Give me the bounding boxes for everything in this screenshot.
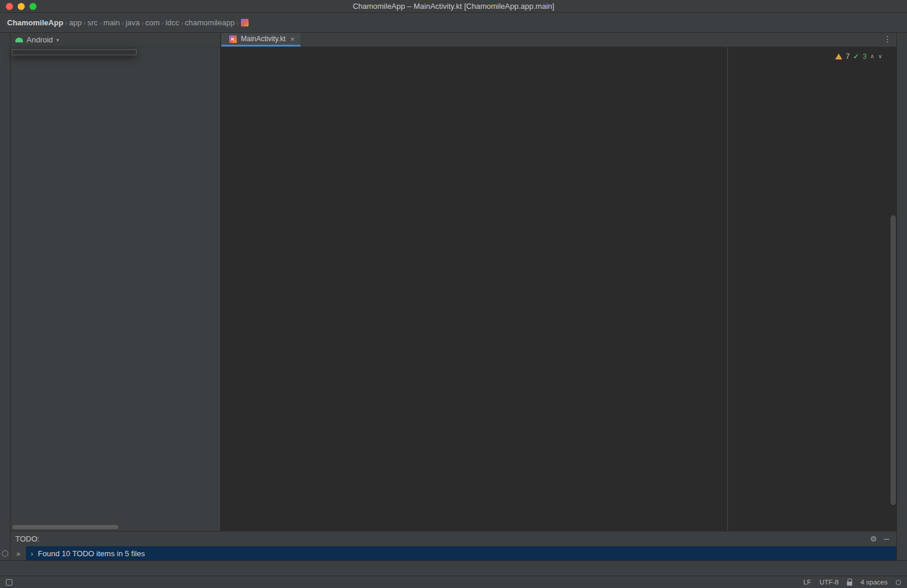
more-chevrons-icon[interactable]: » bbox=[16, 549, 20, 558]
tool-window-bar bbox=[0, 560, 907, 576]
traffic-lights bbox=[0, 3, 37, 10]
todo-panel-header: TODO: ⚙ ─ bbox=[11, 531, 896, 546]
kotlin-file-icon bbox=[241, 19, 249, 26]
right-tool-stripe bbox=[896, 33, 907, 560]
left-tool-stripe bbox=[0, 33, 11, 560]
breadcrumb-item-src[interactable]: src bbox=[86, 18, 98, 27]
breadcrumb-item-main[interactable]: main bbox=[102, 18, 121, 27]
breadcrumb-item-chamomileapp[interactable]: ChamomileApp bbox=[6, 18, 64, 27]
breadcrumb-separator-icon: › bbox=[236, 19, 239, 26]
todo-found-row[interactable]: › Found 10 TODO items in 5 files bbox=[26, 546, 896, 560]
status-message-bar: LF UTF-8 4 spaces bbox=[0, 576, 907, 588]
project-tool-window: Android ▾ bbox=[11, 33, 221, 531]
encoding-indicator[interactable]: UTF-8 bbox=[819, 579, 839, 586]
right-margin-guide bbox=[727, 47, 728, 531]
tab-mainactivity[interactable]: K MainActivity.kt × bbox=[221, 33, 300, 46]
breadcrumb-item-chamomileapp[interactable]: chamomileapp bbox=[184, 18, 236, 27]
main-toolbar: ChamomileApp›app›src›main›java›com›ldcc›… bbox=[0, 13, 907, 33]
breadcrumb-item-app[interactable]: app bbox=[68, 18, 83, 27]
editor-area: K MainActivity.kt × ⋮ 7 ✓ 3 bbox=[221, 33, 896, 531]
todo-panel-title: TODO: bbox=[15, 534, 39, 543]
check-icon: ✓ bbox=[853, 50, 859, 63]
tab-label: MainActivity.kt bbox=[241, 35, 286, 43]
prev-problem-icon[interactable]: ∧ bbox=[870, 50, 874, 63]
toolwindow-switcher-icon[interactable] bbox=[2, 550, 8, 557]
warning-count: 7 bbox=[846, 50, 850, 63]
window-title: ChamomileApp – MainActivity.kt [Chamomil… bbox=[0, 2, 907, 11]
breadcrumb-item-java[interactable]: java bbox=[124, 18, 141, 27]
lock-icon[interactable] bbox=[847, 582, 852, 586]
chevron-right-icon: › bbox=[31, 549, 33, 558]
horizontal-scrollbar[interactable] bbox=[12, 525, 118, 529]
settings-gear-icon[interactable]: ⚙ bbox=[868, 534, 879, 543]
close-icon[interactable]: × bbox=[290, 35, 295, 44]
workspace: Android ▾ K MainActivity.kt × bbox=[11, 33, 896, 531]
vertical-scrollbar[interactable] bbox=[891, 215, 896, 505]
android-studio-window: ChamomileApp – MainActivity.kt [Chamomil… bbox=[0, 0, 907, 588]
todo-panel-content: » › Found 10 TODO items in 5 files bbox=[11, 546, 896, 560]
todo-found-text: Found 10 TODO items in 5 files bbox=[38, 549, 145, 558]
line-separator-indicator[interactable]: LF bbox=[803, 579, 811, 586]
zoom-button[interactable] bbox=[29, 3, 37, 10]
title-bar[interactable]: ChamomileApp – MainActivity.kt [Chamomil… bbox=[0, 0, 907, 13]
todo-panel-toolbar: » bbox=[11, 546, 26, 560]
code-editor[interactable]: 7 ✓ 3 ∧ ∨ bbox=[221, 47, 896, 531]
warning-icon bbox=[835, 54, 842, 59]
tab-options-icon[interactable]: ⋮ bbox=[883, 33, 896, 46]
chevron-down-icon: ▾ bbox=[57, 37, 59, 43]
breadcrumb-item-ldcc[interactable]: ldcc bbox=[164, 18, 180, 27]
project-panel-header: Android ▾ bbox=[11, 33, 220, 47]
kotlin-file-icon: K bbox=[229, 35, 237, 43]
indent-indicator[interactable]: 4 spaces bbox=[860, 579, 888, 586]
close-button[interactable] bbox=[6, 3, 13, 10]
main-area: Android ▾ K MainActivity.kt × bbox=[0, 33, 907, 560]
project-view-selector[interactable]: Android bbox=[27, 35, 53, 44]
next-problem-icon[interactable]: ∨ bbox=[878, 50, 882, 63]
notifications-icon[interactable] bbox=[896, 580, 901, 585]
breadcrumb: ChamomileApp›app›src›main›java›com›ldcc›… bbox=[6, 18, 250, 27]
inspections-widget[interactable]: 7 ✓ 3 ∧ ∨ bbox=[835, 50, 882, 63]
project-tree bbox=[11, 47, 220, 531]
breadcrumb-item-com[interactable]: com bbox=[144, 18, 161, 27]
hide-panel-icon[interactable]: ─ bbox=[881, 534, 892, 543]
android-icon bbox=[15, 38, 23, 42]
project-view-popup bbox=[12, 49, 137, 55]
center-column: Android ▾ K MainActivity.kt × bbox=[11, 33, 896, 560]
editor-tab-bar: K MainActivity.kt × ⋮ bbox=[221, 33, 896, 47]
event-log-icon[interactable] bbox=[6, 579, 12, 586]
ok-count: 3 bbox=[863, 50, 867, 63]
minimize-button[interactable] bbox=[18, 3, 25, 10]
